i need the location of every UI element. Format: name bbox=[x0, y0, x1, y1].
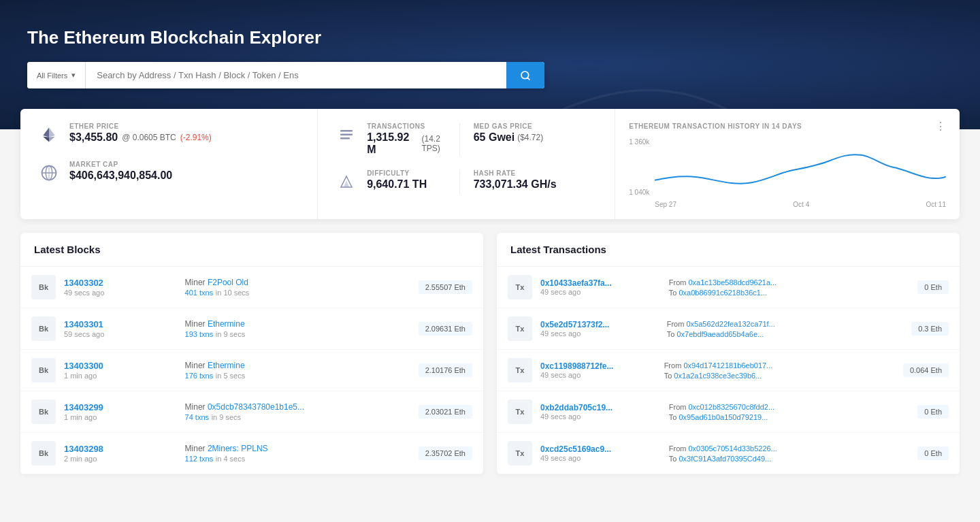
tx-to[interactable]: 0x3fC91A3afd70395Cd49... bbox=[679, 455, 771, 463]
block-time: 59 secs ago bbox=[64, 330, 177, 338]
stats-left: ETHER PRICE $3,455.80 @ 0.0605 BTC (-2.9… bbox=[20, 109, 318, 219]
tx-hash[interactable]: 0xcd25c5169ac9... bbox=[540, 444, 661, 454]
chart-svg bbox=[655, 138, 946, 199]
tx-badge: Tx bbox=[508, 441, 532, 466]
miner-txns[interactable]: 74 txns bbox=[185, 413, 209, 421]
block-number[interactable]: 13403299 bbox=[64, 402, 177, 412]
market-cap-value: $406,643,940,854.00 bbox=[69, 169, 172, 181]
stats-middle: TRANSACTIONS 1,315.92 M (14.2 TPS) MED G… bbox=[318, 109, 615, 219]
svg-rect-10 bbox=[340, 137, 350, 140]
chart-y-axis: 1 360k 1 040k bbox=[629, 138, 652, 208]
hash-rate-cell: HASH RATE 733,071.34 GH/s bbox=[459, 169, 599, 194]
miner-txns[interactable]: 176 txns bbox=[185, 372, 214, 380]
search-bar: All Filters ▾ bbox=[27, 62, 544, 88]
tx-to[interactable]: 0x1a2a1c938ce3ec39b6... bbox=[674, 372, 762, 380]
block-item: Bk 13403302 49 secs ago Miner F2Pool Old… bbox=[20, 267, 483, 308]
miner-txns[interactable]: 401 txns bbox=[185, 289, 214, 297]
tx-from[interactable]: 0x94d17412181b6eb017... bbox=[683, 361, 772, 370]
chevron-down-icon: ▾ bbox=[71, 71, 76, 80]
block-time: 1 min ago bbox=[64, 372, 177, 380]
block-time: 1 min ago bbox=[64, 413, 177, 421]
miner-txns[interactable]: 193 txns bbox=[185, 330, 214, 338]
tx-amount: 0.3 Eth bbox=[911, 322, 949, 336]
market-cap-icon bbox=[37, 161, 61, 185]
search-button[interactable] bbox=[506, 62, 544, 88]
svg-marker-12 bbox=[344, 180, 349, 187]
hash-rate-value: 733,071.34 GH/s bbox=[474, 178, 557, 190]
chart-area: Sep 27 Oct 4 Oct 11 bbox=[655, 138, 946, 208]
tx-hash[interactable]: 0xc1198988712fe... bbox=[540, 361, 656, 371]
tx-amount: 0 Eth bbox=[917, 446, 949, 460]
block-number[interactable]: 13403300 bbox=[64, 361, 177, 371]
stats-panel: ETHER PRICE $3,455.80 @ 0.0605 BTC (-2.9… bbox=[20, 109, 960, 219]
site-title: The Ethereum Blockchain Explorer bbox=[27, 27, 953, 48]
block-time: 2 min ago bbox=[64, 455, 177, 463]
tx-amount: 0 Eth bbox=[917, 405, 949, 419]
hash-rate-label: HASH RATE bbox=[474, 169, 599, 177]
miner-name[interactable]: F2Pool Old bbox=[208, 278, 248, 287]
block-info: 13403301 59 secs ago bbox=[64, 319, 177, 338]
block-item: Bk 13403298 2 min ago Miner 2Miners: PPL… bbox=[20, 433, 483, 474]
tx-from[interactable]: 0xc012b8325670c8fdd2... bbox=[689, 403, 775, 411]
tx-info: 0x10433aefa37fa... 49 secs ago bbox=[540, 278, 661, 296]
to-label: To bbox=[669, 289, 679, 297]
miner-name[interactable]: 0x5dcb78343780e1b1e5... bbox=[208, 402, 304, 412]
filter-label: All Filters bbox=[37, 71, 67, 80]
block-time: 49 secs ago bbox=[64, 289, 177, 297]
tx-to[interactable]: 0xa0b86991c6218b36c1... bbox=[679, 289, 767, 297]
chart-x-label-2: Oct 11 bbox=[926, 201, 946, 208]
block-miner: Miner 0x5dcb78343780e1b1e5... 74 txns in… bbox=[185, 402, 410, 422]
miner-name[interactable]: 2Miners: PPLNS bbox=[208, 444, 268, 453]
main-content: Latest Blocks Bk 13403302 49 secs ago Mi… bbox=[0, 219, 980, 488]
search-input[interactable] bbox=[86, 62, 506, 88]
transactions-cell: TRANSACTIONS 1,315.92 M (14.2 TPS) bbox=[334, 123, 459, 156]
gas-price-value: 65 Gwei bbox=[474, 131, 514, 144]
block-number[interactable]: 13403301 bbox=[64, 319, 177, 329]
miner-name[interactable]: Ethermine bbox=[208, 361, 245, 370]
to-label: To bbox=[669, 413, 679, 421]
transactions-icon bbox=[334, 123, 359, 147]
tx-item: Tx 0xb2ddab705c19... 49 secs ago From 0x… bbox=[497, 391, 960, 433]
tx-addresses: From 0x94d17412181b6eb017... To 0x1a2a1c… bbox=[664, 360, 895, 380]
filter-dropdown[interactable]: All Filters ▾ bbox=[27, 62, 86, 88]
tx-from[interactable]: 0x5a562d22fea132ca71f... bbox=[686, 320, 774, 328]
tx-item: Tx 0x10433aefa37fa... 49 secs ago From 0… bbox=[497, 267, 960, 308]
gas-price-label: MED GAS PRICE bbox=[474, 123, 599, 130]
block-info: 13403300 1 min ago bbox=[64, 361, 177, 380]
tx-badge: Tx bbox=[508, 316, 532, 341]
ether-price-content: ETHER PRICE $3,455.80 @ 0.0605 BTC (-2.9… bbox=[69, 123, 301, 144]
from-label: From bbox=[667, 320, 687, 328]
to-label: To bbox=[667, 330, 677, 338]
tx-hash[interactable]: 0xb2ddab705c19... bbox=[540, 403, 661, 412]
tx-hash[interactable]: 0x10433aefa37fa... bbox=[540, 278, 661, 288]
block-item: Bk 13403300 1 min ago Miner Ethermine 17… bbox=[20, 350, 483, 391]
miner-label: Miner bbox=[185, 402, 208, 412]
tx-addresses: From 0xa1c13be588dcd9621a... To 0xa0b869… bbox=[669, 277, 910, 297]
miner-txns-suffix: in 5 secs bbox=[216, 372, 245, 380]
latest-blocks-panel: Latest Blocks Bk 13403302 49 secs ago Mi… bbox=[20, 233, 483, 474]
chart-menu-icon[interactable]: ⋮ bbox=[935, 120, 946, 133]
tx-hash[interactable]: 0x5e2d571373f2... bbox=[540, 320, 659, 329]
mountain-icon bbox=[338, 174, 355, 190]
miner-name[interactable]: Ethermine bbox=[208, 319, 245, 329]
tx-badge: Tx bbox=[508, 275, 532, 299]
tx-from[interactable]: 0xa1c13be588dcd9621a... bbox=[689, 278, 777, 287]
svg-rect-8 bbox=[340, 130, 353, 132]
chart-x-axis: Sep 27 Oct 4 Oct 11 bbox=[655, 201, 946, 208]
tx-to[interactable]: 0x95ad61b0a150d79219... bbox=[679, 413, 768, 421]
ether-price-row: ETHER PRICE $3,455.80 @ 0.0605 BTC (-2.9… bbox=[37, 123, 301, 147]
miner-label: Miner bbox=[185, 361, 208, 370]
block-reward: 2.03021 Eth bbox=[419, 405, 472, 419]
block-miner: Miner Ethermine 193 txns in 9 secs bbox=[185, 319, 410, 339]
tx-to[interactable]: 0x7ebdf9aeadd65b4a6e... bbox=[676, 330, 764, 338]
tx-time: 49 secs ago bbox=[540, 412, 661, 421]
tx-from[interactable]: 0x0305c70514d33b5226... bbox=[689, 444, 777, 453]
ether-price-label: ETHER PRICE bbox=[69, 123, 301, 130]
block-number[interactable]: 13403302 bbox=[64, 278, 177, 288]
chart-y-max: 1 360k bbox=[629, 138, 649, 146]
transactions-row: TRANSACTIONS 1,315.92 M (14.2 TPS) bbox=[334, 123, 459, 156]
block-badge: Bk bbox=[31, 399, 56, 424]
miner-txns[interactable]: 112 txns bbox=[185, 455, 214, 463]
chart-header: ETHEREUM TRANSACTION HISTORY IN 14 DAYS … bbox=[629, 120, 946, 133]
block-number[interactable]: 13403298 bbox=[64, 444, 177, 454]
